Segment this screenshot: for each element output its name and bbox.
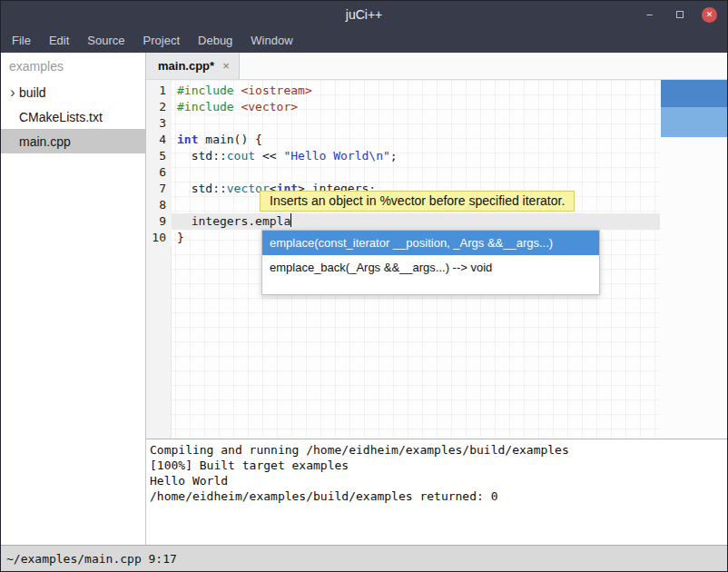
- sidebar-item-build[interactable]: ›build: [1, 80, 145, 104]
- code-line-3[interactable]: 3: [146, 115, 727, 132]
- restore-button[interactable]: [672, 7, 687, 23]
- tab-main-cpp[interactable]: main.cpp* ×: [146, 53, 240, 79]
- editor-column: main.cpp* × 1#include <iostream>2#includ…: [146, 53, 727, 545]
- sidebar-item-cmakelists-txt[interactable]: CMakeLists.txt: [1, 104, 145, 129]
- code-text: #include <vector>: [172, 99, 660, 115]
- menu-item-window[interactable]: Window: [241, 29, 301, 52]
- sidebar-item-main-cpp[interactable]: main.cpp: [1, 129, 145, 153]
- main-area: examples ›buildCMakeLists.txtmain.cpp ma…: [1, 53, 727, 545]
- menu-item-source[interactable]: Source: [78, 29, 133, 52]
- window-controls: − ✕: [642, 7, 727, 23]
- title-bar[interactable]: juCi++ − ✕: [1, 1, 727, 28]
- sidebar-header[interactable]: examples: [1, 53, 145, 80]
- terminal-output[interactable]: Compiling and running /home/eidheim/exam…: [146, 439, 727, 545]
- app-window: juCi++ − ✕ FileEditSourceProjectDebugWin…: [0, 0, 728, 572]
- code-line-5[interactable]: 5 std::cout << "Hello World\n";: [146, 148, 727, 164]
- status-bar: ~/examples/main.cpp 9:17: [1, 545, 727, 571]
- line-number: 8: [146, 197, 172, 213]
- tab-close-icon[interactable]: ×: [222, 59, 230, 73]
- code-line-9[interactable]: 9 integers.empla: [146, 213, 727, 230]
- file-tree: ›buildCMakeLists.txtmain.cpp: [1, 80, 145, 153]
- documentation-tooltip: Inserts an object in %vector before spec…: [260, 191, 575, 212]
- code-line-4[interactable]: 4int main() {: [146, 132, 727, 148]
- restore-icon: [676, 11, 684, 18]
- code-text: [172, 164, 660, 181]
- scrollbar-thumb[interactable]: [661, 80, 727, 107]
- expander-icon[interactable]: ›: [6, 85, 19, 100]
- line-number: 3: [146, 115, 172, 132]
- code-text: int main() {: [172, 132, 660, 148]
- text-cursor: [290, 213, 291, 227]
- autocomplete-item[interactable]: emplace(const_iterator __position, _Args…: [262, 231, 599, 255]
- line-number: 5: [146, 148, 172, 164]
- menu-item-edit[interactable]: Edit: [40, 29, 78, 52]
- minimize-icon: −: [646, 8, 654, 22]
- line-number: 9: [146, 213, 172, 230]
- line-number: 2: [146, 99, 172, 115]
- terminal-line: [100%] Built target examples: [150, 458, 727, 473]
- sidebar-item-label: CMakeLists.txt: [19, 110, 103, 124]
- autocomplete-item[interactable]: emplace_back(_Args &&__args...) --> void: [262, 255, 599, 280]
- code-lines: 1#include <iostream>2#include <vector>34…: [146, 83, 727, 246]
- menu-item-debug[interactable]: Debug: [189, 29, 241, 52]
- terminal-line: Compiling and running /home/eidheim/exam…: [150, 442, 727, 458]
- code-line-6[interactable]: 6: [146, 164, 727, 181]
- terminal-line: Hello World: [150, 473, 727, 488]
- tab-label: main.cpp*: [158, 59, 214, 73]
- code-text: [172, 115, 660, 132]
- line-number: 4: [146, 132, 172, 148]
- file-sidebar: examples ›buildCMakeLists.txtmain.cpp: [1, 53, 146, 545]
- window-title: juCi++: [1, 7, 727, 22]
- code-line-1[interactable]: 1#include <iostream>: [146, 83, 727, 99]
- line-number: 6: [146, 164, 172, 181]
- tab-bar: main.cpp* ×: [146, 53, 727, 80]
- autocomplete-popup: emplace(const_iterator __position, _Args…: [261, 230, 600, 295]
- close-button[interactable]: ✕: [702, 7, 717, 23]
- line-number: 10: [146, 230, 172, 246]
- minimize-button[interactable]: −: [642, 7, 657, 23]
- menu-item-file[interactable]: File: [3, 29, 40, 52]
- terminal-line: /home/eidheim/examples/build/examples re…: [150, 488, 727, 504]
- code-text: #include <iostream>: [172, 83, 660, 99]
- status-text: ~/examples/main.cpp 9:17: [6, 552, 177, 566]
- tooltip-text: Inserts an object in %vector before spec…: [270, 193, 565, 208]
- scrollbar-track[interactable]: [661, 107, 727, 137]
- sidebar-item-label: build: [19, 85, 46, 100]
- sidebar-item-label: main.cpp: [19, 134, 71, 149]
- code-line-2[interactable]: 2#include <vector>: [146, 99, 727, 115]
- menu-bar: FileEditSourceProjectDebugWindow: [1, 28, 727, 53]
- code-text: std::cout << "Hello World\n";: [172, 148, 660, 164]
- line-number: 7: [146, 181, 172, 197]
- code-editor[interactable]: 1#include <iostream>2#include <vector>34…: [146, 80, 727, 439]
- code-text: integers.empla: [172, 213, 660, 230]
- close-icon: ✕: [706, 10, 713, 19]
- menu-item-project[interactable]: Project: [134, 29, 189, 52]
- line-number: 1: [146, 83, 172, 99]
